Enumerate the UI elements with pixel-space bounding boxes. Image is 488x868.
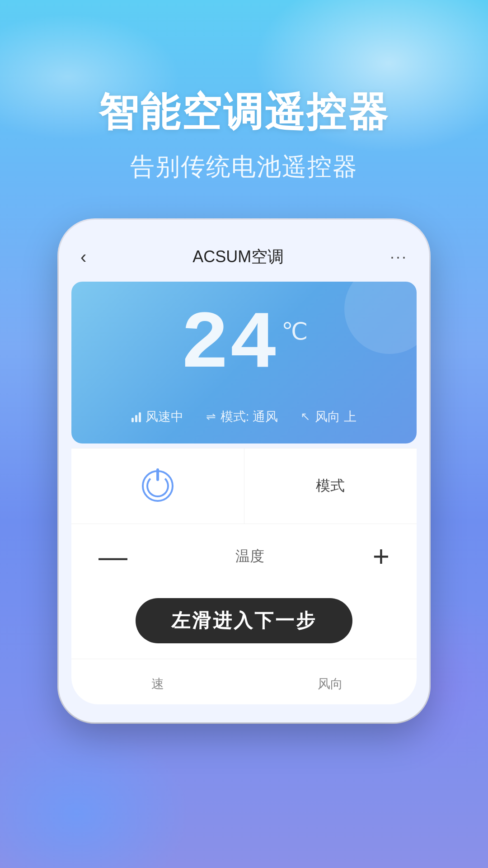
- mode-cell[interactable]: 模式: [244, 448, 417, 524]
- wind-speed-label: 风速中: [145, 408, 183, 425]
- temperature-label: 温度: [235, 547, 264, 566]
- temp-decrease-button[interactable]: —: [99, 542, 127, 571]
- mode-label: 模式: 通风: [221, 408, 278, 425]
- wind-dir-label: 风向: [244, 668, 417, 700]
- title-section: 智能空调遥控器 告别传统电池遥控器: [71, 90, 417, 184]
- swipe-btn-wrapper: 左滑进入下一步: [71, 589, 417, 659]
- sub-title: 告别传统电池遥控器: [99, 151, 389, 184]
- temperature-display: 24 ℃: [89, 304, 399, 386]
- main-title: 智能空调遥控器: [99, 90, 389, 134]
- speed-label: 速: [71, 668, 244, 700]
- power-icon[interactable]: [142, 470, 174, 502]
- power-icon-ring: [146, 475, 169, 497]
- mode-icon: ⇌: [206, 410, 216, 424]
- wind-speed-status: 风速中: [131, 408, 183, 425]
- phone-frame: ‹ ACSUM空调 ··· 24 ℃ 风速: [59, 220, 429, 722]
- phone-controls: 模式 — 温度 + 左滑进入下一步 速 风: [71, 448, 417, 704]
- main-content: 智能空调遥控器 告别传统电池遥控器 ‹ ACSUM空调 ··· 24 ℃: [0, 0, 488, 868]
- mode-label: 模式: [316, 476, 345, 496]
- mode-status: ⇌ 模式: 通风: [206, 408, 278, 425]
- temperature-value: 24: [180, 304, 278, 386]
- bottom-labels-row: 速 风向: [71, 659, 417, 704]
- temperature-control-row: — 温度 +: [71, 524, 417, 589]
- phone-mockup: ‹ ACSUM空调 ··· 24 ℃ 风速: [59, 220, 429, 722]
- wind-dir-icon: ↖: [300, 410, 310, 424]
- power-mode-row: 模式: [71, 448, 417, 524]
- swipe-button-label: 左滑进入下一步: [171, 608, 317, 633]
- power-cell[interactable]: [71, 448, 244, 524]
- swipe-next-button[interactable]: 左滑进入下一步: [136, 598, 352, 643]
- temp-increase-button[interactable]: +: [373, 542, 389, 571]
- back-button[interactable]: ‹: [80, 247, 86, 267]
- temperature-unit: ℃: [282, 318, 308, 345]
- ac-status-bar: 风速中 ⇌ 模式: 通风 ↖ 风向 上: [89, 408, 399, 425]
- ac-display-panel: 24 ℃ 风速中 ⇌ 模式: 通风: [71, 282, 417, 443]
- menu-button[interactable]: ···: [390, 247, 408, 266]
- wind-dir-status: ↖ 风向 上: [300, 408, 357, 425]
- wind-speed-icon: [131, 411, 141, 422]
- wind-dir-label: 风向 上: [315, 408, 357, 425]
- phone-topbar: ‹ ACSUM空调 ···: [71, 233, 417, 277]
- phone-notch: [199, 220, 289, 236]
- app-title: ACSUM空调: [192, 246, 284, 268]
